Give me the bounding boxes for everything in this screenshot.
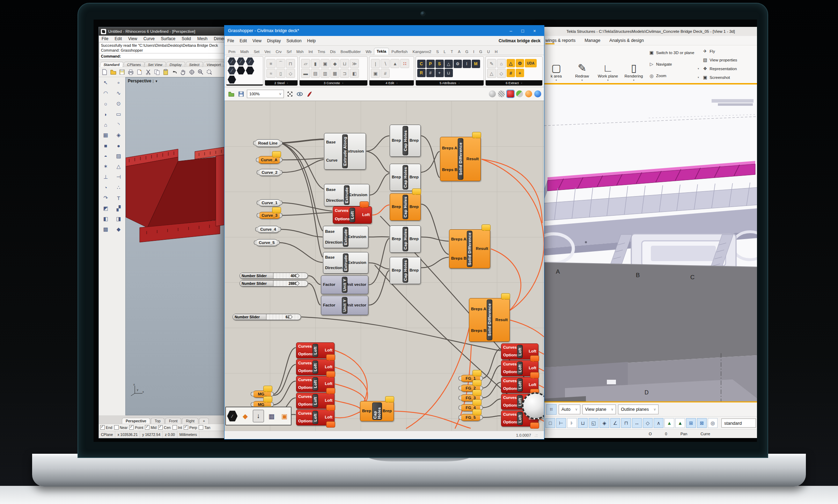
output-port[interactable]: Loft: [325, 399, 332, 403]
viewport-tab[interactable]: +: [199, 418, 209, 424]
input-port[interactable]: Options: [503, 387, 518, 391]
new-file-icon[interactable]: [101, 68, 108, 76]
input-port[interactable]: Brep: [392, 139, 401, 143]
input-port[interactable]: Options: [298, 402, 313, 407]
component-icon[interactable]: [246, 57, 254, 66]
preview-blue-icon[interactable]: [534, 90, 541, 97]
input-port[interactable]: Options: [503, 403, 518, 408]
param-curve-2[interactable]: Curve_2: [258, 169, 281, 176]
component-tab[interactable]: Msh: [294, 49, 306, 55]
snap-toggle-icon[interactable]: ↔: [632, 418, 642, 428]
annotation-balloon-icon[interactable]: [326, 388, 335, 394]
annotation-balloon-icon[interactable]: [530, 355, 539, 362]
annotation-balloon-icon[interactable]: [482, 224, 491, 231]
snap-toggle-icon[interactable]: ⊦: [567, 418, 577, 428]
status-cell[interactable]: y 16272.54: [140, 431, 163, 438]
component-icon[interactable]: ◇: [497, 69, 506, 78]
osnap-toggle[interactable]: Near: [114, 425, 128, 430]
slider-62[interactable]: Number Slider 62: [233, 314, 301, 320]
viewport-title[interactable]: Perspective▼: [128, 79, 158, 83]
component-icon[interactable]: ▣: [371, 69, 380, 78]
output-port[interactable]: Result: [495, 318, 508, 322]
component-icon[interactable]: ⊓: [286, 59, 295, 68]
status-cell[interactable]: z 0.00: [163, 431, 177, 438]
rhino-tool-icon[interactable]: ▨: [112, 152, 125, 160]
component-tab[interactable]: H: [492, 49, 500, 55]
snap-toggle-icon[interactable]: ◎: [708, 418, 718, 428]
rhino-tool-icon[interactable]: ◆: [112, 225, 125, 234]
snap-toggle-icon[interactable]: ◈: [600, 418, 609, 428]
snap-toggle-icon[interactable]: ⊠: [697, 418, 707, 428]
viewport-tab[interactable]: Perspective: [122, 418, 150, 424]
zoom-level-select[interactable]: 100%: [247, 90, 284, 98]
slider-400[interactable]: Number Slider 400: [240, 273, 308, 279]
rhino-menu-item[interactable]: View: [125, 36, 140, 42]
input-port[interactable]: Curves: [503, 362, 517, 366]
input-port[interactable]: Options: [298, 369, 313, 373]
rhino-titlebar[interactable]: Untitled - Rhinoceros 6 Undefined - [Per…: [99, 27, 231, 36]
rhino-tool-icon[interactable]: ◈: [112, 131, 125, 139]
annotation-balloon-icon[interactable]: [272, 151, 281, 157]
checkbox-icon[interactable]: [172, 425, 177, 430]
input-port[interactable]: Curves: [298, 395, 312, 399]
rhino-toolbar-tab[interactable]: Viewport: [203, 62, 225, 67]
group-label[interactable]: 4 Edit: [369, 80, 413, 86]
selected-preview-icon[interactable]: [516, 90, 523, 97]
input-port[interactable]: Options: [335, 217, 350, 221]
rhino-toolbar-tab[interactable]: Select: [185, 62, 203, 67]
grasshopper-menu-item[interactable]: Edit: [237, 38, 250, 44]
comp-unit-y-2[interactable]: FactorUnit YUnit vector: [321, 296, 368, 315]
rhino-tool-icon[interactable]: ●: [112, 141, 125, 150]
output-port[interactable]: Brep: [410, 205, 419, 209]
comp-cap-holes-4[interactable]: BrepCap HolesBrep: [390, 225, 421, 253]
checkbox-icon[interactable]: [145, 425, 149, 430]
component-icon[interactable]: P: [426, 60, 435, 68]
input-port[interactable]: Options: [298, 386, 313, 390]
preview-wireframe-icon[interactable]: [498, 90, 505, 97]
rhino-menu-item[interactable]: Surface: [158, 36, 178, 42]
rhino-tool-icon[interactable]: ▩: [100, 225, 112, 234]
output-port[interactable]: Brep: [383, 409, 392, 413]
component-icon[interactable]: ◧: [350, 69, 359, 78]
rhino-tool-icon[interactable]: ∿: [112, 89, 125, 97]
snap-toggle-icon[interactable]: ∠: [610, 418, 620, 428]
grasshopper-menu-item[interactable]: Display: [264, 38, 284, 44]
component-tab[interactable]: Crv: [273, 49, 284, 55]
ribbon-button[interactable]: ▯ Rendering: [622, 47, 645, 82]
comp-loft-left-1[interactable]: CurvesOptionsLoftLoft: [296, 342, 335, 358]
annotation-balloon-icon[interactable]: [326, 371, 335, 377]
viewport-tab[interactable]: Right: [182, 418, 198, 424]
input-port[interactable]: Options: [503, 420, 518, 424]
rhino-tool-icon[interactable]: ⊥: [100, 173, 112, 181]
comp-extrude-2[interactable]: BaseDirectionExtrudeExtrusion: [323, 226, 368, 248]
rhino-tool-icon[interactable]: ◝: [112, 120, 125, 129]
component-tab[interactable]: Math: [238, 49, 251, 55]
component-icon[interactable]: [237, 57, 245, 66]
param-curve-5[interactable]: Curve_5: [256, 239, 278, 246]
input-port[interactable]: Curve: [326, 158, 338, 163]
grasshopper-titlebar[interactable]: Grasshopper - Civilmax bridge deck* – □ …: [225, 25, 544, 36]
param-curve-1[interactable]: Curve_1: [258, 199, 281, 206]
output-port[interactable]: Loft: [325, 382, 332, 386]
output-port[interactable]: Loft: [529, 349, 536, 354]
save-document-icon[interactable]: [237, 90, 245, 98]
brick-model-icon[interactable]: ▦: [266, 410, 277, 422]
rhino-toolbar-tab[interactable]: Set View: [144, 62, 166, 67]
comp-cap-holes-5[interactable]: BrepCap HolesBrep: [390, 257, 421, 284]
component-tab[interactable]: S: [434, 49, 441, 55]
snap-toggle-icon[interactable]: ⊓: [621, 418, 631, 428]
group-label[interactable]: 3 Concrete: [300, 80, 367, 86]
save-icon[interactable]: [118, 68, 126, 76]
snap-toggle-icon[interactable]: ◇: [643, 418, 653, 428]
component-icon[interactable]: ∷: [400, 59, 409, 68]
component-icon[interactable]: +: [516, 69, 524, 77]
comp-extrude-3[interactable]: BaseDirectionExtrudeExtrusion: [323, 252, 368, 274]
rhino-tool-icon[interactable]: ✶: [100, 162, 112, 171]
component-icon[interactable]: ▯: [276, 69, 285, 78]
component-tab[interactable]: G: [463, 49, 471, 55]
component-icon[interactable]: ≈: [266, 69, 275, 78]
select-filter[interactable]: Auto: [559, 405, 580, 414]
rhino-perspective-viewport[interactable]: Perspective▼ z y x: [125, 77, 231, 415]
component-tab[interactable]: A: [455, 49, 463, 55]
preview-eye-icon[interactable]: [296, 90, 303, 98]
